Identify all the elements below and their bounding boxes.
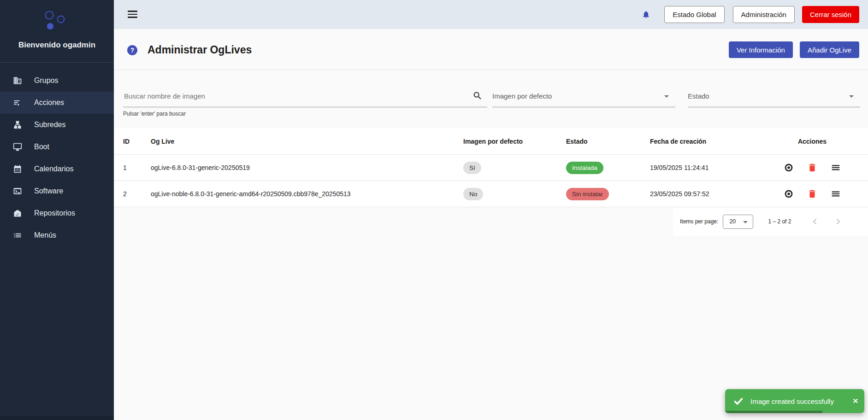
sidebar-nav: Grupos Acciones Subredes Boot	[0, 70, 114, 246]
sidebar-item-grupos[interactable]: Grupos	[0, 70, 114, 92]
oglives-table: ID Og Live Imagen por defecto Estado Fec…	[114, 128, 868, 207]
sidebar-item-label: Menús	[34, 231, 56, 239]
administracion-button[interactable]: Administración	[733, 6, 795, 23]
sidebar-item-label: Acciones	[34, 99, 64, 107]
col-header-oglive: Og Live	[151, 138, 463, 145]
notifications-bell-icon[interactable]	[642, 10, 650, 19]
default-image-filter-select[interactable]: Imagen por defecto	[492, 85, 675, 107]
opengnsys-logo	[0, 8, 114, 32]
menu-toggle-button[interactable]	[128, 11, 137, 18]
default-chip: No	[463, 188, 483, 200]
delete-trash-icon[interactable]	[807, 189, 817, 199]
table-row: 1 ogLive-6.8.0-31-generic-20250519 Sí In…	[114, 155, 868, 181]
view-eye-icon[interactable]	[784, 163, 794, 173]
sidebar: Bienvenido ogadmin Grupos Acciones Subre…	[0, 0, 114, 420]
paginator: Items per page: 20 1 – 2 of 2	[673, 207, 868, 236]
sidebar-item-acciones[interactable]: Acciones	[0, 92, 114, 114]
status-badge: Instalada	[566, 162, 603, 174]
row-actions	[778, 189, 847, 199]
chevron-down-icon	[664, 95, 669, 98]
col-header-default: Imagen por defecto	[463, 138, 566, 145]
table-row: 2 ogLive-noble-6.8.0-31-generic-amd64-r2…	[114, 181, 868, 207]
search-field	[123, 85, 487, 107]
estado-global-button[interactable]: Estado Global	[664, 6, 724, 23]
welcome-text: Bienvenido ogadmin	[0, 41, 114, 50]
toast-progress-bar	[725, 411, 822, 413]
paginator-range: 1 – 2 of 2	[768, 218, 791, 225]
items-per-page-select[interactable]: 20	[723, 215, 753, 229]
sidebar-item-label: Grupos	[34, 76, 58, 85]
delete-trash-icon[interactable]	[807, 163, 817, 173]
terminal-icon	[13, 187, 22, 196]
network-icon	[13, 120, 22, 129]
sidebar-item-label: Calendarios	[34, 165, 73, 173]
estado-filter-label: Estado	[688, 92, 709, 100]
help-icon[interactable]: ?	[127, 45, 137, 55]
search-hint: Pulsar 'enter' para buscar	[123, 111, 186, 117]
row-menu-icon[interactable]	[831, 189, 841, 199]
sidebar-item-software[interactable]: Software	[0, 180, 114, 202]
sort-icon	[13, 98, 22, 107]
sidebar-divider	[0, 62, 114, 63]
page-header: ? Administrar OgLives Ver Información Añ…	[114, 29, 868, 70]
col-header-estado: Estado	[566, 138, 650, 145]
status-badge: Sin instalar	[566, 188, 609, 200]
search-input[interactable]	[123, 85, 464, 106]
storage-icon	[13, 209, 22, 218]
sidebar-item-label: Subredes	[34, 121, 66, 129]
building-icon	[13, 76, 22, 85]
col-header-fecha: Fecha de creación	[650, 138, 778, 145]
row-menu-icon[interactable]	[831, 163, 841, 173]
anadir-oglive-button[interactable]: Añadir OgLive	[800, 41, 859, 58]
sidebar-footer-strip	[0, 416, 114, 420]
success-toast: Image created successfully ✕	[725, 389, 864, 413]
row-oglive-name: ogLive-noble-6.8.0-31-generic-amd64-r202…	[151, 190, 463, 198]
calendar-icon	[13, 164, 22, 174]
row-created-date: 23/05/2025 09:57:52	[650, 190, 778, 198]
default-image-filter-label: Imagen por defecto	[492, 92, 552, 100]
chevron-down-icon	[849, 95, 854, 98]
monitor-icon	[13, 142, 22, 152]
chevron-down-icon	[743, 221, 748, 223]
default-chip: Sí	[463, 162, 481, 174]
col-header-acciones: Acciones	[778, 138, 847, 145]
estado-filter-select[interactable]: Estado	[688, 85, 860, 107]
topbar: Estado Global Administración Cerrar sesi…	[114, 0, 868, 29]
cerrar-sesion-button[interactable]: Cerrar sesión	[802, 6, 859, 23]
sidebar-item-subredes[interactable]: Subredes	[0, 114, 114, 136]
row-oglive-name: ogLive-6.8.0-31-generic-20250519	[151, 164, 463, 171]
row-actions	[778, 163, 847, 173]
previous-page-icon[interactable]	[809, 216, 821, 227]
sidebar-item-label: Boot	[34, 143, 49, 151]
sidebar-item-label: Repositorios	[34, 209, 75, 217]
view-eye-icon[interactable]	[784, 189, 794, 199]
row-id: 2	[123, 190, 151, 198]
table-header-row: ID Og Live Imagen por defecto Estado Fec…	[114, 128, 868, 155]
sidebar-item-repositorios[interactable]: Repositorios	[0, 202, 114, 224]
page-header-actions: Ver Información Añadir OgLive	[729, 41, 859, 58]
next-page-icon[interactable]	[833, 216, 844, 227]
items-per-page-label: Items per page:	[680, 218, 718, 225]
toast-message: Image created successfully	[750, 397, 834, 405]
sidebar-item-label: Software	[34, 187, 63, 195]
check-icon	[733, 396, 744, 407]
col-header-id: ID	[123, 138, 151, 145]
sidebar-item-boot[interactable]: Boot	[0, 136, 114, 158]
row-created-date: 19/05/2025 11:24:41	[650, 164, 778, 171]
search-icon[interactable]	[472, 91, 483, 101]
list-icon	[13, 231, 22, 240]
close-icon[interactable]: ✕	[852, 397, 858, 405]
page-title: Administrar OgLives	[148, 44, 252, 56]
topbar-actions: Estado Global Administración Cerrar sesi…	[642, 6, 859, 23]
ver-informacion-button[interactable]: Ver Información	[729, 41, 793, 58]
sidebar-item-calendarios[interactable]: Calendarios	[0, 158, 114, 180]
app-root: Bienvenido ogadmin Grupos Acciones Subre…	[0, 0, 868, 420]
items-per-page-value: 20	[729, 218, 736, 225]
row-id: 1	[123, 164, 151, 171]
sidebar-item-menus[interactable]: Menús	[0, 224, 114, 246]
filters-bar: Pulsar 'enter' para buscar Imagen por de…	[114, 70, 868, 128]
